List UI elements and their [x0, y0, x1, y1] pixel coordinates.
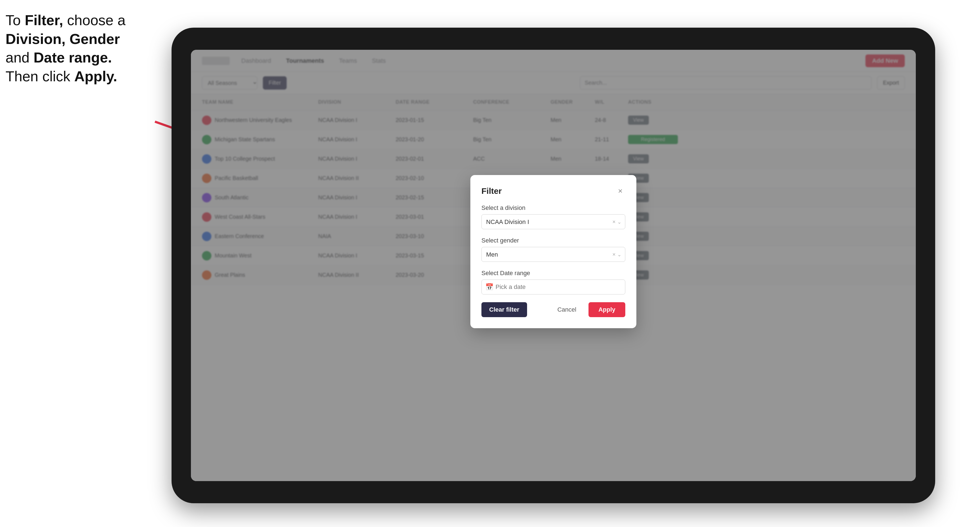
gender-select-wrapper: Men Women Co-ed × ⌄	[481, 247, 625, 262]
division-form-group: Select a division NCAA Division I NCAA D…	[481, 204, 625, 229]
apply-button[interactable]: Apply	[589, 302, 625, 317]
modal-footer-right: Cancel Apply	[549, 302, 625, 317]
tablet-device: Dashboard Tournaments Teams Stats Add Ne…	[172, 28, 935, 503]
modal-title: Filter	[481, 186, 502, 196]
tablet-screen: Dashboard Tournaments Teams Stats Add Ne…	[191, 50, 916, 481]
clear-filter-button[interactable]: Clear filter	[481, 302, 527, 317]
modal-footer: Clear filter Cancel Apply	[481, 302, 625, 317]
instruction-line4: Then click Apply.	[6, 68, 117, 84]
division-select[interactable]: NCAA Division I NCAA Division II NAIA NJ…	[481, 214, 625, 229]
instruction-text: To Filter, choose a Division, Gender and…	[6, 11, 161, 86]
date-range-form-group: Select Date range 📅	[481, 270, 625, 294]
date-range-input[interactable]	[481, 279, 625, 294]
instruction-bold-division-gender: Division, Gender	[6, 31, 120, 47]
division-label: Select a division	[481, 204, 625, 211]
cancel-button[interactable]: Cancel	[549, 302, 584, 317]
instruction-line3: and Date range.	[6, 49, 112, 65]
date-range-label: Select Date range	[481, 270, 625, 277]
gender-label: Select gender	[481, 237, 625, 244]
gender-select[interactable]: Men Women Co-ed	[481, 247, 625, 262]
modal-overlay: Filter × Select a division NCAA Division…	[191, 50, 916, 481]
gender-form-group: Select gender Men Women Co-ed × ⌄	[481, 237, 625, 262]
modal-close-button[interactable]: ×	[615, 186, 625, 196]
division-select-wrapper: NCAA Division I NCAA Division II NAIA NJ…	[481, 214, 625, 229]
filter-modal: Filter × Select a division NCAA Division…	[470, 175, 636, 328]
instruction-line1: To Filter, choose a	[6, 12, 126, 28]
date-input-wrapper: 📅	[481, 279, 625, 294]
modal-header: Filter ×	[481, 186, 625, 196]
